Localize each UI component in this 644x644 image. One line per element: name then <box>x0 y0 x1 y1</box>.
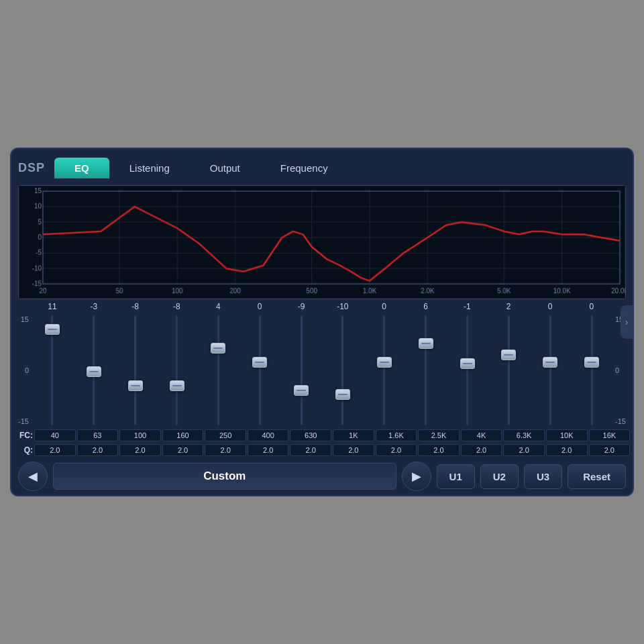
fc-cell-9[interactable]: 2.5K <box>418 429 460 441</box>
fader-scale-left: 15 0 -15 <box>15 313 30 428</box>
faders-row: 15 0 -15 15 0 -15 <box>15 313 629 428</box>
fader-thumb-9[interactable] <box>419 338 433 349</box>
eq-graph <box>18 185 626 299</box>
q-row: Q: 2.02.02.02.02.02.02.02.02.02.02.02.02… <box>11 443 633 458</box>
q-cell-11[interactable]: 2.0 <box>503 444 545 456</box>
fc-cell-3[interactable]: 160 <box>162 429 204 441</box>
next-button[interactable]: ▶ <box>402 462 431 491</box>
fader-channel-2 <box>115 315 156 425</box>
fc-cell-4[interactable]: 250 <box>205 429 246 441</box>
fader-channel-12 <box>529 315 571 425</box>
fader-track-10[interactable] <box>466 315 468 425</box>
header-tabs: DSP EQ Listening Output Frequency <box>11 149 633 182</box>
tab-eq[interactable]: EQ <box>54 158 109 178</box>
q-cell-8[interactable]: 2.0 <box>376 444 417 456</box>
q-label: Q: <box>14 445 33 455</box>
fader-thumb-13[interactable] <box>584 357 599 368</box>
fader-track-1[interactable] <box>93 315 95 425</box>
fc-cell-8[interactable]: 1.6K <box>376 429 417 441</box>
fader-thumb-5[interactable] <box>252 357 267 368</box>
fc-cell-2[interactable]: 100 <box>119 429 161 441</box>
fader-value-5: 0 <box>241 302 278 311</box>
fc-cell-7[interactable]: 1K <box>333 429 374 441</box>
tab-listening[interactable]: Listening <box>109 158 190 178</box>
fader-channel-0 <box>32 315 73 425</box>
fader-track-9[interactable] <box>425 315 427 425</box>
fader-value-7: -10 <box>324 302 362 311</box>
right-edge-arrow[interactable]: › <box>621 305 633 339</box>
q-cell-1[interactable]: 2.0 <box>77 444 119 456</box>
tab-output[interactable]: Output <box>190 158 260 178</box>
fader-track-3[interactable] <box>176 315 178 425</box>
fc-cell-12[interactable]: 10K <box>546 429 588 441</box>
fader-thumb-10[interactable] <box>460 358 475 369</box>
prev-button[interactable]: ◀ <box>18 462 48 491</box>
fader-thumb-8[interactable] <box>377 357 392 368</box>
fader-thumb-12[interactable] <box>543 357 557 368</box>
fader-track-4[interactable] <box>217 315 219 425</box>
fc-cell-10[interactable]: 4K <box>461 429 502 441</box>
preset-name[interactable]: Custom <box>53 463 396 490</box>
fader-track-11[interactable] <box>508 315 510 425</box>
fc-row: FC: 40631001602504006301K1.6K2.5K4K6.3K1… <box>11 428 633 443</box>
fader-track-8[interactable] <box>383 315 385 425</box>
fader-value-4: 4 <box>199 302 237 311</box>
fc-cell-0[interactable]: 40 <box>34 429 76 441</box>
u3-button[interactable]: U3 <box>524 464 562 489</box>
q-cell-4[interactable]: 2.0 <box>205 444 246 456</box>
q-cell-12[interactable]: 2.0 <box>546 444 588 456</box>
fader-channel-13 <box>571 315 612 425</box>
fc-cell-6[interactable]: 630 <box>290 429 331 441</box>
fader-thumb-2[interactable] <box>128 380 143 391</box>
fader-thumb-4[interactable] <box>211 343 225 354</box>
fader-track-12[interactable] <box>549 315 551 425</box>
fader-thumb-7[interactable] <box>335 389 350 400</box>
fader-value-12: 0 <box>531 302 569 311</box>
q-cell-5[interactable]: 2.0 <box>248 444 289 456</box>
fader-track-2[interactable] <box>134 315 136 425</box>
tab-frequency[interactable]: Frequency <box>260 158 348 178</box>
fader-value-3: -8 <box>158 302 195 311</box>
fader-thumb-0[interactable] <box>45 324 60 335</box>
fader-thumb-1[interactable] <box>87 366 101 377</box>
fader-value-0: 11 <box>34 302 71 311</box>
q-cell-2[interactable]: 2.0 <box>119 444 161 456</box>
fc-cell-5[interactable]: 400 <box>248 429 289 441</box>
fader-value-13: 0 <box>573 302 610 311</box>
fader-track-6[interactable] <box>301 315 303 425</box>
fc-cell-1[interactable]: 63 <box>77 429 119 441</box>
q-cell-0[interactable]: 2.0 <box>34 444 76 456</box>
fader-value-2: -8 <box>117 302 154 311</box>
q-cell-3[interactable]: 2.0 <box>162 444 204 456</box>
fader-thumb-6[interactable] <box>294 385 309 396</box>
fader-track-7[interactable] <box>341 315 343 425</box>
fader-values-row: 11-3-8-840-9-1006-1200 <box>15 301 629 313</box>
fader-channel-3 <box>156 315 198 425</box>
fc-cell-13[interactable]: 16K <box>589 429 631 441</box>
q-cell-13[interactable]: 2.0 <box>589 444 631 456</box>
fader-track-13[interactable] <box>591 315 593 425</box>
fader-channel-7 <box>322 315 364 425</box>
fader-value-1: -3 <box>75 302 113 311</box>
reset-button[interactable]: Reset <box>568 464 626 489</box>
fader-value-10: -1 <box>448 302 486 311</box>
fader-track-5[interactable] <box>259 315 261 425</box>
q-cell-9[interactable]: 2.0 <box>418 444 460 456</box>
u1-button[interactable]: U1 <box>437 464 475 489</box>
u2-button[interactable]: U2 <box>480 464 519 489</box>
fader-track-0[interactable] <box>51 315 53 425</box>
q-cell-7[interactable]: 2.0 <box>333 444 374 456</box>
fader-thumb-3[interactable] <box>170 380 184 391</box>
fader-channel-1 <box>73 315 115 425</box>
fader-thumb-11[interactable] <box>501 350 516 360</box>
dsp-label: DSP <box>18 161 45 175</box>
fc-cell-11[interactable]: 6.3K <box>503 429 545 441</box>
q-cell-10[interactable]: 2.0 <box>461 444 502 456</box>
fader-channel-8 <box>364 315 405 425</box>
fader-value-11: 2 <box>490 302 527 311</box>
faders-inner <box>30 313 614 428</box>
fader-channel-9 <box>405 315 447 425</box>
q-cell-6[interactable]: 2.0 <box>290 444 331 456</box>
faders-section: 11-3-8-840-9-1006-1200 15 0 -15 15 0 -15 <box>11 301 633 428</box>
fader-channel-11 <box>488 315 529 425</box>
